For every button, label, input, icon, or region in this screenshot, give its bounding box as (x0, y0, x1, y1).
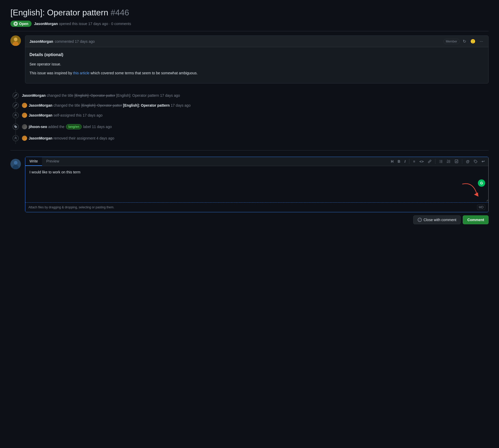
editor-wrapper: Write Preview H B I ≡ <> (25, 157, 489, 212)
editor-toolbar: H B I ≡ <> (387, 157, 488, 166)
para2-before: This issue was inspired by (29, 71, 73, 75)
issue-title: [English]: Operator pattern #446 (10, 8, 489, 17)
action-buttons: Close with comment Comment (25, 215, 489, 224)
event-label-time: label 11 days ago (83, 125, 112, 129)
comment-para1: See operator issue. (29, 61, 484, 67)
event-label-text: jihoon-seo added the (29, 125, 64, 129)
toolbar-bullets-btn[interactable] (437, 159, 444, 164)
toolbar-ref-btn[interactable] (472, 159, 479, 164)
pencil-icon (13, 92, 19, 99)
current-avatar-img (10, 159, 21, 169)
tab-spacer (63, 157, 387, 166)
toolbar-task-btn[interactable] (453, 159, 460, 164)
avatar-img (10, 35, 21, 46)
event-avatar-jason3 (22, 136, 27, 141)
toolbar-bold-btn[interactable]: B (396, 158, 402, 165)
open-icon (14, 22, 18, 26)
editor-block: Write Preview H B I ≡ <> (10, 157, 489, 224)
editor-tabs: Write Preview H B I ≡ <> (25, 157, 488, 166)
event-row-removed: JasonMorgan removed their assignment 4 d… (13, 132, 489, 144)
event-avatar-jason2 (22, 113, 27, 118)
opened-by: JasonMorgan (34, 22, 58, 26)
tab-preview[interactable]: Preview (42, 157, 63, 166)
editor-area: I would like to work on this term G (25, 166, 488, 202)
toolbar-mention-btn[interactable]: @ (464, 158, 471, 165)
comment-input[interactable]: I would like to work on this term (25, 166, 488, 202)
comment-header-right: Member ↻ 🙂 ··· (443, 38, 484, 44)
event-avatar-jihoon (22, 124, 27, 129)
status-text: Open (19, 22, 28, 26)
close-with-comment-label: Close with comment (423, 218, 456, 222)
pencil-icon2 (13, 102, 19, 108)
issue-meta-text: JasonMorgan opened this issue 17 days ag… (34, 22, 131, 26)
event-title-change-text: JasonMorgan changed the title [English]:… (29, 103, 191, 107)
svg-point-1 (14, 38, 17, 41)
person-icon (13, 112, 19, 118)
emoji-btn[interactable]: 🙂 (469, 38, 477, 44)
toolbar-divider1 (409, 159, 409, 164)
comment-para2: This issue was inspired by this article … (29, 70, 484, 76)
comment-wrapper: JasonMorgan commented 17 days ago Member… (25, 35, 489, 83)
comment-heading: Details (optional) (29, 51, 484, 58)
comment-header: JasonMorgan commented 17 days ago Member… (25, 36, 488, 47)
comment-author: JasonMorgan (29, 39, 53, 44)
event-removed-text: JasonMorgan removed their assignment 4 d… (29, 136, 114, 140)
editor-container: Write Preview H B I ≡ <> (25, 157, 489, 224)
reaction-refresh-btn[interactable]: ↻ (462, 38, 467, 44)
toolbar-heading-btn[interactable]: H (389, 158, 395, 165)
toolbar-numbered-btn[interactable] (445, 159, 452, 164)
toolbar-quote-btn[interactable]: ≡ (411, 158, 417, 165)
event-content-removed: JasonMorgan removed their assignment 4 d… (22, 136, 114, 141)
event-row-assigned: JasonMorgan self-assigned this 17 days a… (13, 110, 489, 121)
event-assigned-text: JasonMorgan self-assigned this 17 days a… (29, 113, 102, 117)
close-circle-icon (418, 218, 422, 222)
event-content-assigned: JasonMorgan self-assigned this 17 days a… (22, 113, 102, 118)
toolbar-divider2 (435, 159, 435, 164)
svg-point-4 (14, 161, 17, 165)
events-section: JasonMorgan changed the title [English]:… (10, 90, 489, 144)
event-title-change: JasonMorgan changed the title [English]:… (13, 90, 489, 101)
member-badge: Member (443, 39, 460, 44)
event-row-title: JasonMorgan changed the title [English]:… (13, 101, 489, 110)
toolbar-code-btn[interactable]: <> (418, 158, 425, 165)
toolbar-italic-btn[interactable]: I (403, 158, 407, 165)
attach-text: Attach files by dragging & dropping, sel… (28, 205, 114, 209)
comment-body: Details (optional) See operator issue. T… (25, 47, 488, 83)
event-title-text: JasonMorgan changed the title [English]:… (22, 93, 180, 98)
main-comment-block: JasonMorgan commented 17 days ago Member… (10, 35, 489, 83)
toolbar-link-btn[interactable] (426, 159, 433, 164)
time-opened: opened this issue 17 days ago (59, 22, 108, 26)
comment-time: commented 17 days ago (55, 39, 95, 44)
current-user-avatar (10, 159, 21, 169)
page-header: [English]: Operator pattern #446 Open Ja… (10, 8, 489, 27)
avatar (10, 35, 21, 46)
tag-icon (13, 124, 19, 130)
event-content-title: JasonMorgan changed the title [English]:… (22, 103, 191, 108)
issue-number: #446 (111, 8, 129, 17)
toolbar-divider3 (462, 159, 462, 164)
close-with-comment-btn[interactable]: Close with comment (413, 215, 461, 224)
editor-footer: Attach files by dragging & dropping, sel… (25, 202, 488, 212)
more-options-btn[interactable]: ··· (479, 39, 484, 44)
tab-write[interactable]: Write (25, 157, 42, 166)
event-row-label: jihoon-seo added the lang/en label 11 da… (13, 121, 489, 132)
open-badge: Open (10, 21, 32, 27)
para2-after: which covered some terms that seem to be… (90, 71, 198, 75)
comment-header-left: JasonMorgan commented 17 days ago (29, 39, 95, 44)
header-divider (10, 31, 489, 31)
markdown-icon: MD (477, 205, 485, 210)
comments-count: 0 comments (111, 22, 131, 26)
para2-link[interactable]: this article (73, 71, 89, 75)
event-avatar-jason (22, 103, 27, 108)
toolbar-undo-btn[interactable]: ↩ (480, 158, 486, 165)
issue-title-text: [English]: Operator pattern (10, 8, 108, 17)
event-content-label: jihoon-seo added the lang/en label 11 da… (22, 124, 112, 129)
avatar-wrap (10, 35, 21, 83)
section-divider (10, 150, 489, 150)
lang-en-badge: lang/en (66, 124, 82, 129)
issue-meta: Open JasonMorgan opened this issue 17 da… (10, 21, 489, 27)
person-remove-icon (13, 135, 19, 141)
comment-btn[interactable]: Comment (463, 215, 489, 224)
